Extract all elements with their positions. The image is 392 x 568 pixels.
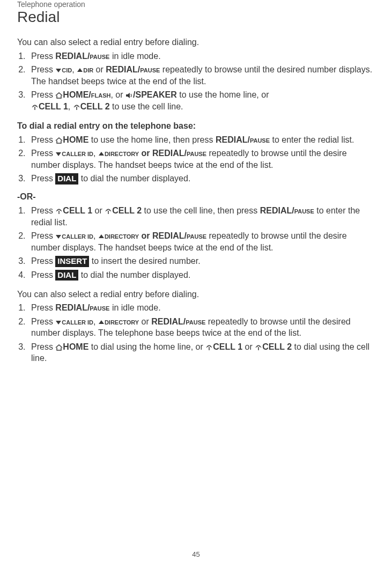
key-home-flash: HOME/FLASH — [63, 90, 110, 99]
home-icon — [55, 137, 63, 144]
text: to dial using the home line, or — [88, 342, 205, 351]
text: Press — [31, 65, 55, 74]
list-item: Press HOME/FLASH, or /SPEAKER to use the… — [28, 89, 375, 112]
text: Press — [31, 51, 55, 61]
text: to use the cell line, then press — [142, 206, 260, 215]
cell-icon — [73, 104, 80, 110]
key-cell-2: CELL 2 — [112, 206, 142, 215]
key-caller-id: CALLER ID — [62, 317, 93, 326]
key-cell-2: CELL 2 — [262, 342, 292, 351]
up-arrow-icon — [98, 151, 105, 157]
or-separator: -OR- — [17, 192, 375, 202]
text: in idle mode. — [109, 51, 160, 61]
home-icon — [55, 344, 63, 351]
key-redial-pause: REDIAL/PAUSE — [260, 206, 314, 215]
text: , — [93, 317, 98, 326]
cell-icon — [255, 344, 262, 351]
key-redial-pause: REDIAL/PAUSE — [216, 135, 270, 144]
text: Press — [31, 256, 55, 265]
key-cell-1: CELL 1 — [63, 206, 92, 215]
key-speaker: /SPEAKER — [133, 90, 177, 99]
text: , — [68, 102, 73, 111]
section-heading: To dial a redial entry on the telephone … — [17, 121, 375, 131]
text: to insert the desired number. — [89, 256, 200, 265]
list-item: Press HOME to dial using the home line, … — [28, 341, 375, 364]
key-dir: DIR — [83, 65, 93, 74]
up-arrow-icon — [77, 67, 83, 73]
up-arrow-icon — [98, 319, 105, 326]
cell-icon — [205, 344, 213, 351]
key-redial-pause: REDIAL/PAUSE — [152, 149, 206, 158]
key-cell-1: CELL 1 — [213, 342, 242, 351]
text: or — [139, 231, 152, 240]
softkey-dial: DIAL — [55, 270, 78, 281]
procedure-3: Press CELL 1 or CELL 2 to use the cell l… — [17, 205, 375, 281]
text: , — [72, 65, 77, 74]
key-directory: DIRECTORY — [105, 317, 139, 326]
text: to use the cell line. — [110, 102, 183, 111]
key-caller-id: CALLER ID — [62, 231, 93, 240]
list-item: Press DIAL to dial the number displayed. — [28, 269, 375, 281]
list-item: Press REDIAL/PAUSE in idle mode. — [28, 50, 375, 62]
text: Press — [31, 90, 55, 99]
text: , or — [110, 90, 125, 99]
text: Press — [31, 342, 55, 351]
text: or — [92, 206, 105, 215]
down-arrow-icon — [55, 151, 62, 157]
text: in idle mode. — [109, 303, 160, 312]
text: Press — [31, 149, 55, 158]
cell-icon — [55, 208, 63, 215]
intro-paragraph-2: You can also select a redial entry befor… — [17, 289, 375, 300]
page-title: Redial — [17, 9, 375, 26]
list-item: Press INSERT to insert the desired numbe… — [28, 255, 375, 267]
down-arrow-icon — [55, 233, 62, 240]
list-item: Press CALLER ID, DIRECTORY or REDIAL/PAU… — [28, 316, 375, 339]
text: , — [93, 231, 98, 240]
key-home: HOME — [63, 135, 88, 144]
key-cell-2: CELL 2 — [80, 102, 110, 111]
cell-icon — [31, 104, 39, 110]
list-item: Press CALLER ID, DIRECTORY or REDIAL/PAU… — [28, 147, 375, 171]
key-directory: DIRECTORY — [105, 231, 139, 240]
breadcrumb: Telephone operation — [17, 0, 375, 9]
text: to use the home line, then press — [88, 135, 216, 144]
up-arrow-icon — [98, 233, 105, 240]
list-item: Press DIAL to dial the number displayed. — [28, 173, 375, 185]
home-icon — [55, 92, 63, 99]
text: , — [93, 149, 98, 158]
down-arrow-icon — [55, 67, 62, 73]
text: or — [139, 149, 152, 158]
text: Press — [31, 206, 55, 215]
down-arrow-icon — [55, 319, 62, 326]
text: Press — [31, 231, 55, 240]
text: Press — [31, 135, 55, 144]
list-item: Press CALLER ID, DIRECTORY or REDIAL/PAU… — [28, 230, 375, 253]
key-cell-1: CELL 1 — [39, 102, 68, 111]
key-redial-pause: REDIAL/PAUSE — [152, 231, 206, 240]
page-number: 45 — [0, 550, 392, 558]
text: or — [93, 65, 106, 74]
list-item: Press HOME to use the home line, then pr… — [28, 134, 375, 146]
manual-page: Telephone operation Redial You can also … — [0, 0, 392, 568]
procedure-1: Press REDIAL/PAUSE in idle mode. Press C… — [17, 50, 375, 113]
softkey-dial: DIAL — [55, 173, 78, 184]
text: to dial the number displayed. — [78, 270, 190, 279]
procedure-2: Press HOME to use the home line, then pr… — [17, 134, 375, 185]
speaker-icon — [125, 92, 133, 99]
key-home: HOME — [63, 342, 88, 351]
text: or — [139, 317, 151, 326]
text: Press — [31, 303, 55, 312]
key-directory: DIRECTORY — [105, 149, 139, 158]
list-item: Press REDIAL/PAUSE in idle mode. — [28, 302, 375, 314]
key-cid: CID — [62, 65, 72, 74]
key-caller-id: CALLER ID — [62, 149, 93, 158]
text: to use the home line, or — [177, 90, 269, 99]
intro-paragraph-1: You can also select a redial entry befor… — [17, 36, 375, 48]
text: to dial the number displayed. — [78, 174, 190, 183]
text: to enter the redial list. — [270, 135, 354, 144]
key-redial-pause: REDIAL/PAUSE — [55, 303, 109, 312]
key-redial-pause: REDIAL/PAUSE — [55, 51, 109, 61]
cell-icon — [105, 208, 112, 215]
text: Press — [31, 317, 55, 326]
list-item: Press CELL 1 or CELL 2 to use the cell l… — [28, 205, 375, 228]
